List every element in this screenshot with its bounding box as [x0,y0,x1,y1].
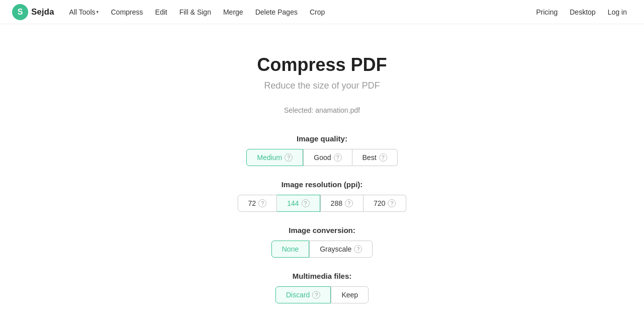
quality-best-button[interactable]: Best ? [352,149,398,166]
multimedia-keep-button[interactable]: Keep [331,286,369,303]
resolution-720-button[interactable]: 720 ? [364,195,406,212]
quality-good-help-icon[interactable]: ? [334,153,342,162]
logo-text: Sejda [31,7,54,17]
resolution-72-help-icon[interactable]: ? [258,199,266,207]
multimedia-files-options: Discard ? Keep [275,286,369,303]
resolution-72-button[interactable]: 72 ? [238,195,277,212]
quality-medium-help-icon[interactable]: ? [284,153,293,162]
quality-good-button[interactable]: Good ? [303,149,352,166]
nav-delete-pages[interactable]: Delete Pages [250,5,303,19]
image-resolution-options: 72 ? 144 ? 288 ? 720 ? [238,195,407,212]
logo-icon: S [12,4,28,20]
image-conversion-group: Image conversion: None Grayscale ? [271,226,373,258]
multimedia-discard-button[interactable]: Discard ? [275,286,331,303]
nav-compress[interactable]: Compress [106,5,148,19]
image-conversion-options: None Grayscale ? [271,241,373,258]
nav-crop[interactable]: Crop [305,5,330,19]
quality-best-help-icon[interactable]: ? [379,153,387,162]
conversion-grayscale-button[interactable]: Grayscale ? [309,241,373,258]
logo[interactable]: S Sejda [12,4,54,20]
multimedia-discard-help-icon[interactable]: ? [312,291,320,299]
resolution-144-button[interactable]: 144 ? [277,195,320,212]
image-resolution-label: Image resolution (ppi): [281,180,363,189]
nav-right: Pricing Desktop Log in [531,5,632,19]
multimedia-files-label: Multimedia files: [293,272,352,280]
nav-fill-sign[interactable]: Fill & Sign [174,5,216,19]
conversion-none-button[interactable]: None [271,241,309,258]
page-subtitle: Reduce the size of your PDF [264,81,380,91]
page-title: Compress PDF [257,54,387,75]
chevron-down-icon: ▾ [96,9,99,15]
conversion-grayscale-help-icon[interactable]: ? [354,245,362,253]
nav-merge[interactable]: Merge [218,5,248,19]
nav-login[interactable]: Log in [603,5,632,19]
navbar: S Sejda All Tools ▾ Compress Edit Fill &… [0,0,644,24]
multimedia-files-group: Multimedia files: Discard ? Keep [275,272,369,303]
image-resolution-group: Image resolution (ppi): 72 ? 144 ? 288 ?… [238,180,407,212]
nav-edit[interactable]: Edit [150,5,172,19]
nav-desktop[interactable]: Desktop [564,5,600,19]
nav-pricing[interactable]: Pricing [531,5,563,19]
resolution-720-help-icon[interactable]: ? [388,199,396,207]
all-tools-menu[interactable]: All Tools ▾ [64,5,104,19]
image-conversion-label: Image conversion: [289,226,355,234]
resolution-144-help-icon[interactable]: ? [302,199,310,207]
image-quality-label: Image quality: [297,134,347,143]
selected-file: Selected: anamation.pdf [284,106,360,114]
resolution-288-help-icon[interactable]: ? [345,199,353,207]
main-content: Compress PDF Reduce the size of your PDF… [0,24,644,315]
resolution-288-button[interactable]: 288 ? [320,195,364,212]
quality-medium-button[interactable]: Medium ? [246,149,303,166]
image-quality-group: Image quality: Medium ? Good ? Best ? [246,134,397,166]
image-quality-options: Medium ? Good ? Best ? [246,149,397,166]
